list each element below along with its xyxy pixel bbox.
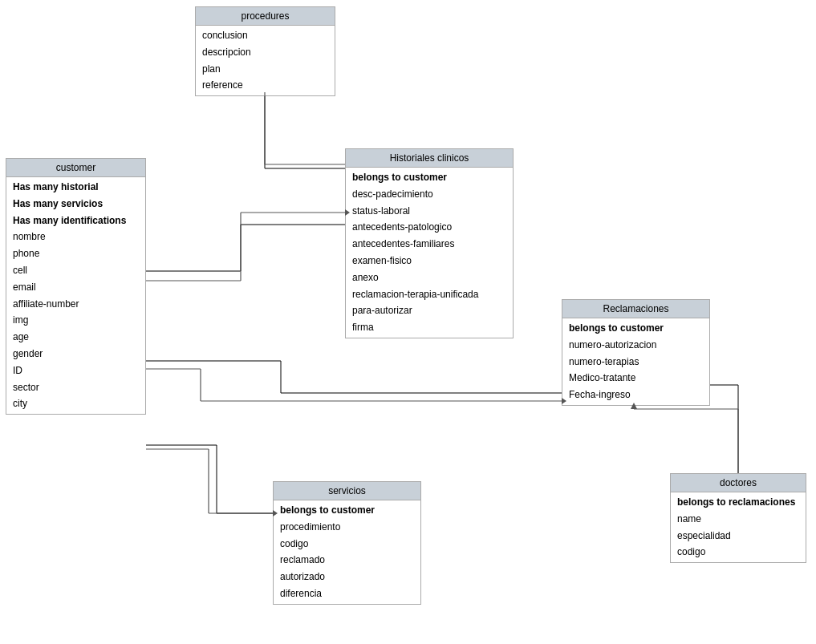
field-numero-terapias: numero-terapias xyxy=(569,354,703,371)
field-firma: firma xyxy=(352,319,506,336)
field-city: city xyxy=(13,395,139,412)
procedures-header: procedures xyxy=(196,7,335,26)
diagram-container: procedures conclusion descripcion plan r… xyxy=(0,0,816,644)
field-belongs-customer-serv: belongs to customer xyxy=(280,502,414,519)
field-gender: gender xyxy=(13,346,139,363)
doctores-header: doctores xyxy=(671,474,806,492)
reclamaciones-entity: Reclamaciones belongs to customer numero… xyxy=(562,299,710,406)
procedures-entity: procedures conclusion descripcion plan r… xyxy=(195,6,335,96)
servicios-header: servicios xyxy=(274,482,420,500)
field-codigo-serv: codigo xyxy=(280,536,414,553)
field-examen-fisico: examen-fisico xyxy=(352,253,506,269)
field-belongs-customer-rec: belongs to customer xyxy=(569,320,703,337)
reclamaciones-body: belongs to customer numero-autorizacion … xyxy=(562,318,709,405)
field-has-many-historial: Has many historial xyxy=(13,179,139,196)
field-antecedentes-familiares: antecedentes-familiares xyxy=(352,236,506,253)
field-name: name xyxy=(677,511,799,528)
field-codigo-doc: codigo xyxy=(677,544,799,561)
customer-entity: customer Has many historial Has many ser… xyxy=(6,158,146,415)
field-anexo: anexo xyxy=(352,269,506,286)
customer-body: Has many historial Has many servicios Ha… xyxy=(6,177,145,414)
field-email: email xyxy=(13,279,139,296)
field-especialidad: especialidad xyxy=(677,528,799,545)
field-diferencia: diferencia xyxy=(280,585,414,602)
field-numero-autorizacion: numero-autorizacion xyxy=(569,337,703,354)
field-medico-tratante: Medico-tratante xyxy=(569,370,703,387)
field-autorizado: autorizado xyxy=(280,569,414,585)
field-reference: reference xyxy=(202,77,328,94)
field-plan: plan xyxy=(202,61,328,78)
doctores-body: belongs to reclamaciones name especialid… xyxy=(671,492,806,562)
field-nombre: nombre xyxy=(13,229,139,245)
field-para-autorizar: para-autorizar xyxy=(352,302,506,319)
field-reclamacion-terapia: reclamacion-terapia-unificada xyxy=(352,286,506,303)
field-belongs-customer-hist: belongs to customer xyxy=(352,169,506,186)
historiales-entity: Historiales clinicos belongs to customer… xyxy=(345,148,514,338)
field-has-many-servicios: Has many servicios xyxy=(13,196,139,213)
field-status-laboral: status-laboral xyxy=(352,203,506,220)
field-cell: cell xyxy=(13,262,139,279)
field-antecedents-patologico: antecedents-patologico xyxy=(352,219,506,236)
field-affiliate-number: affiliate-number xyxy=(13,296,139,313)
historiales-body: belongs to customer desc-padecimiento st… xyxy=(346,168,513,338)
field-desc-padecimiento: desc-padecimiento xyxy=(352,186,506,203)
servicios-body: belongs to customer procedimiento codigo… xyxy=(274,500,420,604)
field-conclusion: conclusion xyxy=(202,27,328,44)
field-descripcion: descripcion xyxy=(202,44,328,61)
field-sector: sector xyxy=(13,379,139,396)
field-has-many-identifications: Has many identifications xyxy=(13,213,139,229)
field-age: age xyxy=(13,329,139,346)
field-id: ID xyxy=(13,363,139,379)
reclamaciones-header: Reclamaciones xyxy=(562,300,709,318)
field-procedimiento: procedimiento xyxy=(280,519,414,536)
historiales-header: Historiales clinicos xyxy=(346,149,513,168)
field-reclamado: reclamado xyxy=(280,552,414,569)
field-phone: phone xyxy=(13,245,139,262)
customer-header: customer xyxy=(6,159,145,177)
field-belongs-reclamaciones: belongs to reclamaciones xyxy=(677,494,799,511)
procedures-body: conclusion descripcion plan reference xyxy=(196,26,335,95)
field-fecha-ingreso: Fecha-ingreso xyxy=(569,387,703,403)
field-img: img xyxy=(13,312,139,329)
servicios-entity: servicios belongs to customer procedimie… xyxy=(273,481,421,605)
doctores-entity: doctores belongs to reclamaciones name e… xyxy=(670,473,806,563)
